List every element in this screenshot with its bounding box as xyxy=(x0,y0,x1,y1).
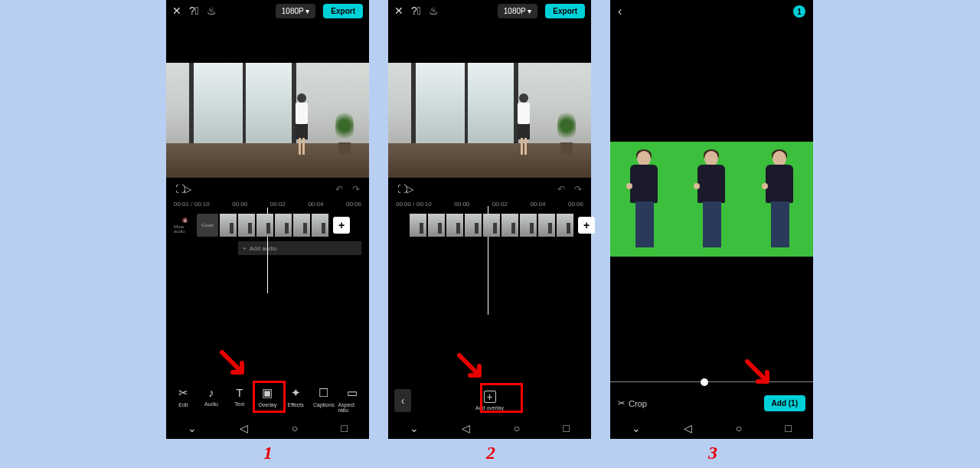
nav-back-icon[interactable]: ◁ xyxy=(462,422,470,434)
timeline[interactable]: + xyxy=(388,208,591,238)
mute-toggle[interactable]: 🔇Mute audio xyxy=(174,218,195,234)
help-icon[interactable]: ?⃝ xyxy=(189,5,199,17)
clip-thumb[interactable] xyxy=(238,214,255,237)
person-figure xyxy=(625,146,663,254)
step-label: 2 xyxy=(486,443,495,463)
android-navbar: ⌄ ◁ ○ □ xyxy=(166,417,369,439)
resolution-button[interactable]: 1080P ▾ xyxy=(498,4,538,18)
step-label: 3 xyxy=(708,443,717,463)
nav-home-icon[interactable]: ○ xyxy=(736,422,742,434)
person-figure xyxy=(692,146,730,254)
video-preview[interactable] xyxy=(388,63,591,178)
clip-thumb[interactable] xyxy=(293,214,310,237)
screenshot-step-1: ✕ ?⃝ ♨ 1080P ▾ Export ⛶ ▷ ↶ ↷ 00:01 / 00… xyxy=(166,0,369,439)
toolbar-back-button[interactable]: ‹ xyxy=(394,389,411,412)
add-clip-confirm-button[interactable]: Add (1) xyxy=(764,395,805,411)
playback-bar: ⛶ ▷ ↶ ↷ xyxy=(388,178,591,201)
tool-text[interactable]: TText xyxy=(226,386,253,413)
tool-effects[interactable]: ✦Effects xyxy=(282,386,309,413)
fullscreen-icon[interactable]: ⛶ xyxy=(397,184,407,195)
play-icon[interactable]: ▷ xyxy=(407,184,413,195)
crop-button[interactable]: ✂ Crop xyxy=(618,398,647,408)
picker-topbar: ‹ 1 xyxy=(610,0,813,23)
clip-preview-greenscreen[interactable] xyxy=(610,142,813,257)
export-button[interactable]: Export xyxy=(545,4,585,18)
clip-thumb[interactable] xyxy=(220,214,237,237)
clip-thumb[interactable] xyxy=(410,214,426,237)
nav-back-icon[interactable]: ◁ xyxy=(240,422,248,434)
nav-down-icon[interactable]: ⌄ xyxy=(632,422,641,434)
clip-thumb[interactable] xyxy=(557,214,573,237)
play-icon[interactable]: ▷ xyxy=(185,184,191,195)
scrubber-track[interactable] xyxy=(610,381,813,382)
export-button[interactable]: Export xyxy=(323,4,363,18)
nav-down-icon[interactable]: ⌄ xyxy=(410,422,419,434)
video-preview[interactable] xyxy=(166,63,369,178)
scrubber-knob[interactable] xyxy=(701,378,708,386)
highlight-overlay-tool xyxy=(253,381,286,413)
android-navbar: ⌄ ◁ ○ □ xyxy=(610,417,813,439)
tool-audio[interactable]: ♪Audio xyxy=(198,386,225,413)
highlight-add-overlay xyxy=(480,383,523,413)
back-icon[interactable]: ‹ xyxy=(618,5,622,18)
nav-back-icon[interactable]: ◁ xyxy=(684,422,692,434)
nav-down-icon[interactable]: ⌄ xyxy=(188,422,197,434)
add-audio-row[interactable]: + Add audio xyxy=(238,241,361,255)
clip-thumb[interactable] xyxy=(520,214,537,237)
editor-topbar: ✕ ?⃝ ♨ 1080P ▾ Export xyxy=(388,0,591,21)
clip-thumb[interactable] xyxy=(256,214,273,237)
redo-icon[interactable]: ↷ xyxy=(352,184,360,195)
android-navbar: ⌄ ◁ ○ □ xyxy=(388,417,591,439)
timecode-ruler: 00:01 / 00:10 00:00 00:02 00:04 00:06 xyxy=(166,201,369,208)
nav-recent-icon[interactable]: □ xyxy=(341,422,347,434)
nav-home-icon[interactable]: ○ xyxy=(514,422,520,434)
clip-thumb[interactable] xyxy=(428,214,445,237)
undo-icon[interactable]: ↶ xyxy=(335,184,343,195)
clip-thumb[interactable] xyxy=(446,214,463,237)
close-icon[interactable]: ✕ xyxy=(394,5,403,17)
clip-thumb[interactable] xyxy=(501,214,518,237)
clip-thumb[interactable] xyxy=(465,214,482,237)
flame-icon[interactable]: ♨ xyxy=(429,5,439,17)
timecode-ruler: 00:00 / 00:10 00:00 00:02 00:04 00:06 xyxy=(388,201,591,208)
timeline[interactable]: 🔇Mute audio Cover + + Add audio xyxy=(166,208,369,255)
undo-icon[interactable]: ↶ xyxy=(557,184,565,195)
plus-icon: + xyxy=(243,245,247,252)
help-icon[interactable]: ?⃝ xyxy=(411,5,421,17)
close-icon[interactable]: ✕ xyxy=(172,5,181,17)
nav-home-icon[interactable]: ○ xyxy=(292,422,298,434)
add-clip-button[interactable]: + xyxy=(333,217,350,234)
clip-thumb[interactable] xyxy=(538,214,555,237)
redo-icon[interactable]: ↷ xyxy=(574,184,582,195)
flame-icon[interactable]: ♨ xyxy=(207,5,217,17)
tool-edit[interactable]: ✂Edit xyxy=(169,386,197,413)
person-figure xyxy=(760,146,799,254)
nav-recent-icon[interactable]: □ xyxy=(563,422,569,434)
add-clip-button[interactable]: + xyxy=(578,217,595,234)
clip-thumb[interactable] xyxy=(312,214,328,237)
tool-captions[interactable]: ☐Captions xyxy=(310,386,338,413)
cover-button[interactable]: Cover xyxy=(197,214,218,237)
picker-bottom-bar: ✂ Crop Add (1) xyxy=(610,395,813,411)
resolution-button[interactable]: 1080P ▾ xyxy=(276,4,316,18)
clip-thumb[interactable] xyxy=(275,214,292,237)
screenshot-step-2: ✕ ?⃝ ♨ 1080P ▾ Export ⛶ ▷ ↶ ↷ 00:00 / 00… xyxy=(388,0,591,439)
editor-topbar: ✕ ?⃝ ♨ 1080P ▾ Export xyxy=(166,0,369,21)
step-label: 1 xyxy=(263,443,273,463)
nav-recent-icon[interactable]: □ xyxy=(785,422,791,434)
screenshot-step-3: ‹ 1 ✂ Crop Add (1) ⌄ ◁ ○ □ xyxy=(610,0,813,439)
selection-count-badge: 1 xyxy=(793,5,805,18)
playback-bar: ⛶ ▷ ↶ ↷ xyxy=(166,178,369,201)
crop-icon: ✂ xyxy=(618,398,625,408)
tool-aspect[interactable]: ▭Aspect ratio xyxy=(338,386,366,413)
fullscreen-icon[interactable]: ⛶ xyxy=(175,184,185,195)
clip-thumb[interactable] xyxy=(483,214,500,237)
